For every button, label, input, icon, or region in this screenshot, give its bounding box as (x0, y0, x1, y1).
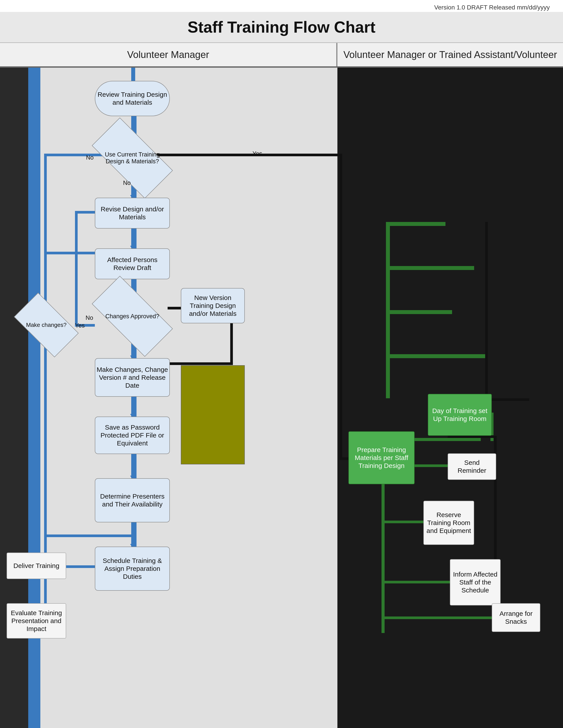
send-reminder-label: Send Reminder (448, 457, 496, 476)
lane-left-header: Volunteer Manager (0, 43, 338, 66)
deliver-training-shape: Deliver Training (7, 553, 66, 579)
new-version-label: New Version Training Design and/or Mater… (181, 292, 244, 319)
page-title: Staff Training Flow Chart (0, 18, 563, 36)
inform-staff-label: Inform Affected Staff of the Schedule (450, 569, 500, 596)
affected-persons-shape: Affected Persons Review Draft (95, 248, 170, 279)
h-prep-to-day (415, 438, 481, 441)
deliver-training-label: Deliver Training (12, 560, 61, 571)
green-h-reminder (386, 266, 474, 270)
schedule-training-label: Schedule Training & Assign Preparation D… (95, 555, 169, 582)
determine-presenters-shape: Determine Presenters and Their Availabil… (95, 478, 170, 522)
prepare-materials-label: Prepare Training Materials per Staff Tra… (349, 445, 414, 471)
new-version-shape: New Version Training Design and/or Mater… (181, 288, 245, 323)
revise-design-shape: Revise Design and/or Materials (95, 198, 170, 229)
version-text: Version 1.0 DRAFT Released mm/dd/yyyy (434, 4, 550, 11)
affected-persons-label: Affected Persons Review Draft (95, 255, 169, 273)
review-training-shape: Review Training Design and Materials (95, 81, 170, 116)
changes-approved-label: Changes Approved? (95, 296, 170, 336)
review-training-label: Review Training Design and Materials (95, 89, 169, 108)
lane-right-header: Volunteer Manager or Trained Assistant/V… (338, 43, 563, 66)
v-revise-down (132, 229, 136, 248)
h-to-snacks (382, 616, 492, 619)
page: Version 1.0 DRAFT Released mm/dd/yyyy St… (0, 0, 563, 728)
green-h-reserve (386, 310, 452, 314)
green-h-day (386, 222, 446, 226)
title-bar: Staff Training Flow Chart (0, 12, 563, 43)
save-pdf-shape: Save as Password Protected PDF File or E… (95, 417, 170, 454)
determine-presenters-label: Determine Presenters and Their Availabil… (95, 491, 169, 510)
make-changes-left-diamond: Make changes? (18, 308, 75, 342)
evaluate-training-label: Evaluate Training Presentation and Impac… (7, 608, 66, 634)
changes-approved-diamond: Changes Approved? (95, 296, 170, 336)
v-det-to-sched (132, 522, 136, 547)
h-to-inform (382, 581, 450, 583)
arrange-snacks-label: Arrange for Snacks (492, 608, 540, 627)
version-bar: Version 1.0 DRAFT Released mm/dd/yyyy (0, 0, 563, 12)
h-yes-to-revise-h (75, 211, 95, 214)
day-of-training-label: Day of Training set Up Training Room (428, 406, 491, 424)
revise-design-label: Revise Design and/or Materials (95, 204, 169, 222)
v-pdf-to-det (132, 454, 136, 478)
h-to-reserve (382, 521, 423, 523)
v-deliver-to-eval (36, 579, 38, 603)
reserve-room-shape: Reserve Training Room and Equipment (423, 501, 474, 545)
no-label-use-current: No (86, 154, 94, 161)
use-current-label: Use Current Training Design & Materials? (95, 138, 170, 178)
reserve-room-label: Reserve Training Room and Equipment (424, 510, 474, 536)
send-reminder-shape: Send Reminder (448, 453, 496, 480)
lane-header: Volunteer Manager Volunteer Manager or T… (0, 43, 563, 68)
green-h-inform (386, 354, 485, 358)
v-make-to-pdf (132, 397, 136, 417)
day-of-training-shape: Day of Training set Up Training Room (428, 394, 492, 436)
no-approved-up (44, 167, 47, 255)
make-changes-label: Make Changes, Change Version # and Relea… (95, 364, 169, 391)
inform-staff-shape: Inform Affected Staff of the Schedule (450, 559, 501, 605)
use-current-diamond: Use Current Training Design & Materials? (95, 138, 170, 178)
no-label-changes: No (86, 315, 93, 321)
h-line-yes-right (154, 154, 340, 156)
arrange-snacks-shape: Arrange for Snacks (492, 603, 540, 632)
right-v-dark (485, 222, 488, 398)
olive-area (181, 365, 245, 464)
schedule-training-shape: Schedule Training & Assign Preparation D… (95, 547, 170, 591)
make-changes-label-d: Make changes? (18, 308, 75, 342)
yes-label-make-changes: Yes (75, 322, 85, 329)
evaluate-training-shape: Evaluate Training Presentation and Impac… (7, 603, 66, 639)
yes-label-use-current: Yes (252, 150, 262, 157)
chart-area: Review Training Design and Materials Use… (0, 68, 563, 728)
h-arrange (485, 398, 529, 401)
prepare-materials-shape: Prepare Training Materials per Staff Tra… (349, 431, 415, 484)
save-pdf-label: Save as Password Protected PDF File or E… (95, 422, 169, 449)
v-line-right-yes (340, 154, 342, 460)
no-label-2: No (123, 180, 131, 186)
make-changes-shape: Make Changes, Change Version # and Relea… (95, 358, 170, 397)
h-schedule-deliver (44, 534, 132, 537)
v-yes-to-revise (75, 211, 78, 324)
